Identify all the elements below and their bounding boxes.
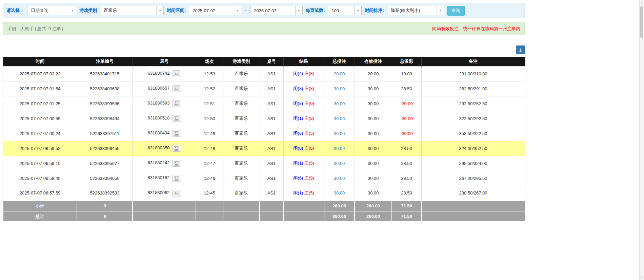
footer-empty-cell [196,211,223,222]
total-bet-link[interactable]: 30.00 [334,116,345,121]
col-table-no: 桌号 [260,57,283,66]
cell-note: 352.50/322.50 [421,126,525,141]
cell-payout: 19.00 [392,66,421,81]
page-number-button[interactable]: 1 [516,45,525,54]
game-category-select[interactable]: 百家乐 ▼ [100,6,164,15]
cell-table-no: AS1 [260,66,283,81]
col-payout: 总派彩 [392,57,421,66]
vertical-scrollbar[interactable]: ▲ ▼ [639,0,644,280]
date-to-value: 2025-07-07 [250,6,295,15]
grand-total-total-bet: 260.00 [324,211,355,222]
cell-valid-bet: 30.00 [355,96,392,111]
footer-empty-cell [260,211,283,222]
round-video-icon[interactable] [172,85,181,92]
chevron-down-icon: ▼ [156,6,163,15]
page-size-select[interactable]: 100 ▼ [328,6,362,15]
cell-round-no: 631880593 [133,96,196,111]
cell-game-type: 百家乐 [223,66,260,81]
table-row: 2025-07-07 06:57:59522638392533631880062… [3,186,525,201]
total-bet-link[interactable]: 30.00 [334,161,345,166]
round-video-icon[interactable] [172,130,181,137]
table-row: 2025-07-07 06:59:52522638396455631880350… [3,141,525,156]
cell-result: 闲(0) 庄(6) [283,141,324,156]
scroll-up-icon[interactable]: ▲ [640,0,644,5]
total-bet-link[interactable]: 30.00 [334,131,345,136]
cell-game-type: 百家乐 [223,186,260,201]
grand-total-row: 总计 9 260.00 260.00 71.50 [3,211,525,222]
cell-payout: 28.50 [392,156,421,171]
round-video-icon[interactable] [172,175,181,182]
cell-game-type: 百家乐 [223,141,260,156]
cell-game-type: 百家乐 [223,171,260,186]
footer-empty-cell [223,211,260,222]
cell-total-bet: 30.00 [324,96,355,111]
grand-total-valid-bet: 260.00 [355,211,392,222]
sort-select[interactable]: 降幂(由大到小) ▼ [387,6,444,15]
result-banker: 庄(8) [304,86,314,91]
scroll-down-icon[interactable]: ▼ [640,275,644,280]
col-session: 场次 [196,57,223,66]
scrollbar-thumb[interactable] [640,6,643,38]
cell-bet-no: 522638397511 [77,126,133,141]
cell-valid-bet: 30.00 [355,81,392,96]
cell-total-bet: 30.00 [324,186,355,201]
table-row: 2025-07-07 07:01:54522638400638631880667… [3,81,525,96]
result-player: 闲(6) [293,175,303,181]
search-button[interactable]: 查询 [447,6,465,16]
total-bet-link[interactable]: 30.00 [334,146,345,151]
total-bet-link[interactable]: 30.00 [334,86,345,91]
footer-empty-cell [133,211,196,222]
table-row: 2025-07-07 06:58:40522638394050631880162… [3,171,525,186]
date-from-select[interactable]: 2025-07-07 ▼ [189,6,241,15]
cell-time: 2025-07-07 06:59:10 [3,156,77,171]
cell-time: 2025-07-07 06:59:52 [3,141,77,156]
round-video-icon[interactable] [172,100,181,107]
footer-empty-cell [223,201,260,211]
cell-result: 闲(3) 庄(8) [283,81,324,96]
cell-note: 292.50/262.50 [421,96,525,111]
result-player: 闲(0) [293,146,303,151]
cell-result: 闲(6) 庄(9) [283,171,324,186]
total-bet-link[interactable]: 20.00 [334,71,345,76]
cell-valid-bet: 30.00 [355,186,392,201]
page-size-label: 每页笔数: [306,7,325,14]
cell-time: 2025-07-07 06:58:40 [3,171,77,186]
total-bet-link[interactable]: 30.00 [334,190,345,195]
cell-time: 2025-07-07 07:00:24 [3,126,77,141]
cell-total-bet: 30.00 [324,81,355,96]
round-video-icon[interactable] [172,145,181,152]
cell-note: 324.00/352.50 [421,141,525,156]
cell-session: 12-53 [196,66,223,81]
cell-payout: 28.50 [392,171,421,186]
result-banker: 庄(5) [304,131,314,136]
round-video-icon[interactable] [172,115,181,122]
cell-total-bet: 30.00 [324,111,355,126]
col-note: 备注 [421,57,525,66]
cell-payout: -30.00 [392,96,421,111]
notice-text: 同局有效投注，统一计算在该局第一张注单内 [432,26,520,32]
cell-round-no: 631880062 [133,186,196,201]
cell-total-bet: 20.00 [324,66,355,81]
round-video-icon[interactable] [172,160,181,167]
grand-total-count: 9 [77,211,133,222]
cell-note: 267.00/295.50 [421,171,525,186]
date-to-select[interactable]: 2025-07-07 ▼ [250,6,303,15]
cell-game-type: 百家乐 [223,156,260,171]
round-video-icon[interactable] [172,190,181,197]
page-size-value: 100 [328,6,354,15]
cell-table-no: AS1 [260,96,283,111]
cell-round-no: 631880434 [133,126,196,141]
cell-time: 2025-07-07 07:01:25 [3,96,77,111]
cell-bet-no: 522638395077 [77,156,133,171]
cell-session: 12-47 [196,156,223,171]
chevron-down-icon: ▼ [354,6,361,15]
round-video-icon[interactable] [172,70,181,77]
table-header: 时间 注单编号 局号 场次 游戏类别 桌号 结果 总投注 有效投注 总派彩 备注 [3,57,525,66]
cell-result: 闲(1) 庄(5) [283,186,324,201]
total-bet-link[interactable]: 30.00 [334,176,345,181]
total-bet-link[interactable]: 30.00 [334,101,345,106]
cell-bet-no: 522638400638 [77,81,133,96]
query-type-select[interactable]: 日期查询 ▼ [27,6,76,15]
cell-bet-no: 522638398494 [77,111,133,126]
cell-note: 238.50/267.00 [421,186,525,201]
